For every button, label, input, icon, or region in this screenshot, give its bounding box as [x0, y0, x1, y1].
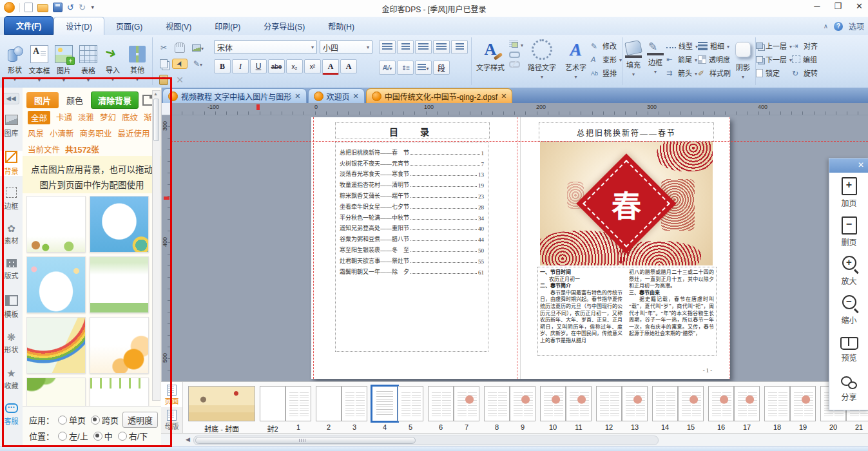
text-wrap-image-button[interactable]: ▾ [509, 41, 523, 48]
radio-icon[interactable] [93, 432, 102, 441]
collapse-ribbon-icon[interactable]: ∧ [824, 23, 828, 30]
align-objects-button[interactable]: 对齐 [792, 41, 818, 51]
page-thumbnail-preview[interactable] [652, 386, 678, 421]
columns-button[interactable]: ▾ [415, 61, 432, 75]
page-thumbnail[interactable]: 13 [622, 386, 648, 431]
distribute-button[interactable] [451, 40, 468, 54]
page-thumbnail-preview[interactable] [708, 386, 734, 421]
spring-festival-image[interactable]: 春 [540, 142, 713, 265]
page-thumbnail[interactable]: 6 [428, 386, 454, 431]
align-right-button[interactable] [415, 40, 432, 54]
tab-close-icon[interactable]: ✕ [294, 92, 300, 101]
page-thumbnail-preview[interactable] [734, 386, 760, 421]
page-thumbnail-preview[interactable] [260, 386, 285, 421]
category-link[interactable]: 淡雅 [78, 111, 94, 124]
align-center-button[interactable] [397, 40, 414, 54]
justify-button[interactable] [433, 40, 450, 54]
strikethrough-button[interactable]: abe [268, 59, 285, 73]
chevron-down-icon[interactable]: ▾ [742, 74, 744, 80]
page-thumbnail[interactable]: 12 [596, 386, 622, 431]
panel-header[interactable]: ✕ [829, 158, 868, 173]
page-thumbnail[interactable]: 3 [342, 386, 367, 431]
restore-button[interactable]: ❐ [834, 1, 842, 11]
page-thumbnail-preview[interactable] [398, 386, 423, 421]
copy-button[interactable] [156, 59, 171, 68]
page-thumbnail-preview[interactable] [454, 386, 479, 421]
bold-button[interactable]: B [214, 59, 231, 73]
sidebar-item[interactable]: 形状 [0, 331, 23, 354]
word-art-button[interactable]: A 艺术字 ▾ [561, 35, 591, 88]
kids-clouds-bg[interactable] [26, 256, 86, 313]
menu-tab[interactable]: 文件(F) [4, 16, 53, 35]
category-link[interactable]: 卡通 [56, 111, 72, 124]
menu-tab[interactable]: 帮助(H) [316, 17, 366, 35]
page-thumbnail[interactable]: 18 [764, 386, 790, 431]
unlink-button[interactable] [509, 61, 523, 68]
letter-spacing-button[interactable]: AV▾ [379, 61, 396, 75]
scrollbar-thumb[interactable] [153, 99, 159, 141]
sidebar-item[interactable]: 收藏 [0, 367, 23, 390]
chevron-down-icon[interactable]: ▼ [135, 77, 140, 82]
page-thumbnail-preview[interactable] [188, 386, 255, 421]
page-thumbnail[interactable]: 14 [652, 386, 678, 431]
opacity-button[interactable]: 透明度 [122, 412, 158, 428]
chevron-down-icon[interactable]: ▾ [654, 69, 657, 75]
position-option[interactable]: 中 [93, 430, 113, 442]
insert-tool[interactable]: 导入 ▼ [101, 42, 124, 82]
chevron-down-icon[interactable]: ▼ [110, 77, 115, 82]
arrow-head-button[interactable]: 箭头▾ [666, 68, 698, 78]
page-thumbnail[interactable]: 9 [510, 386, 535, 431]
page-thumbnail-preview[interactable] [316, 386, 342, 421]
chevron-down-icon[interactable]: ▾ [632, 72, 635, 77]
category-link[interactable]: 底纹 [122, 111, 138, 124]
pan-hand-button[interactable] [172, 43, 188, 53]
tab-close-icon[interactable]: ✕ [353, 92, 359, 101]
tab-close-icon[interactable]: ✕ [501, 92, 506, 101]
toc-list-frame[interactable]: 总把旧桃换新符——春 节 1 火树银花不夜天——元宵节 7 淡荡春光寒食天——寒… [335, 142, 488, 352]
line-weight-button[interactable]: 粗细▾ [698, 41, 731, 51]
radio-icon[interactable] [118, 432, 127, 441]
page-thumbnail[interactable]: 5 [398, 386, 423, 431]
chevron-down-icon[interactable]: ▼ [37, 77, 42, 83]
blue-frame-party-bg[interactable] [90, 196, 149, 253]
paragraph-settings-button[interactable]: 段 [433, 61, 450, 75]
superscript-button[interactable]: x² [304, 59, 321, 73]
insert-tool[interactable]: 表格 ▼ [77, 41, 100, 83]
panel-tab-image[interactable]: 图片 [26, 92, 59, 108]
panel-scrollbar[interactable]: ▲ [152, 90, 160, 401]
arrow-tail-button[interactable]: 箭尾▾ [666, 54, 698, 64]
collapse-panel-button[interactable]: ◀◀ [3, 93, 19, 104]
sidebar-item[interactable]: 素材 [0, 223, 23, 245]
insert-tool[interactable]: 形状 ▼ [3, 42, 26, 82]
sidebar-item[interactable]: 模板 [0, 295, 23, 319]
chevron-down-icon[interactable]: ▼ [61, 77, 66, 83]
page-tool-button[interactable]: 加页 [829, 173, 868, 212]
insert-tool[interactable]: 文本框 ▼ [28, 41, 51, 83]
menu-tab[interactable]: 页面(G) [104, 17, 154, 35]
rotate-button[interactable]: 旋转 [792, 68, 818, 78]
page-thumbnail-preview[interactable] [596, 386, 622, 421]
page-tool-button[interactable]: 缩小 [829, 291, 868, 330]
cut-button[interactable]: ✂ [156, 43, 171, 52]
lock-button[interactable]: 锁定 [756, 68, 792, 78]
children-village-bg[interactable] [26, 196, 86, 253]
menu-tab[interactable]: 印刷(P) [203, 17, 252, 35]
sidebar-item[interactable]: 版式 [0, 259, 23, 280]
sidebar-item[interactable]: 背景 [0, 151, 23, 176]
chevron-down-icon[interactable]: ▼ [86, 77, 91, 83]
page-thumbnail[interactable]: 封底 - 封面 [188, 386, 255, 434]
sidebar-item[interactable]: 图库 [0, 115, 23, 138]
send-backward-button[interactable]: 下一层▾ [756, 54, 792, 64]
page-spread[interactable]: 目 录 总把旧桃换新符——春 节 1 火树银花不夜天——元宵节 7 [311, 117, 730, 379]
delete-button[interactable]: ✕ [172, 75, 188, 85]
line-type-button[interactable]: 线型▾ [666, 41, 698, 51]
right-page-article[interactable]: 总把旧桃换新符——春节 春 一、节日时间农历正月初一二、春节简介春节是中国最富有… [521, 117, 730, 379]
text-highlight-button[interactable]: A [340, 59, 357, 73]
category-link[interactable]: 商务职业 [80, 127, 112, 139]
options-button[interactable]: 选项 [849, 21, 864, 32]
hanging-vines-bg[interactable] [90, 378, 149, 406]
apply-option[interactable]: 单页 [58, 414, 86, 426]
page-thumbnail[interactable]: 16 [708, 386, 734, 431]
scrollbar-thumb[interactable] [195, 437, 416, 444]
category-link[interactable]: 小清新 [50, 127, 74, 139]
